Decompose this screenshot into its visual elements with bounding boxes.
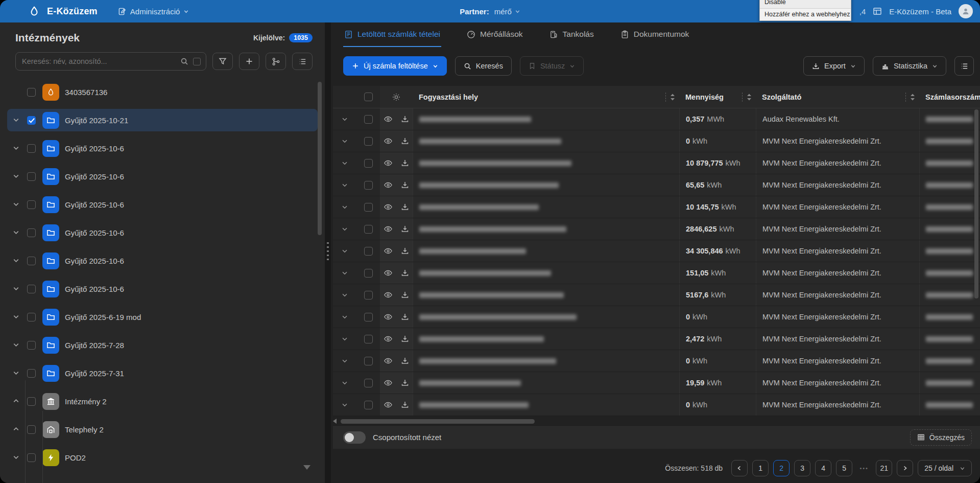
tree-expand-chevron[interactable] — [12, 341, 20, 349]
tree-item[interactable]: POD2 — [7, 446, 318, 469]
view-row-button[interactable] — [384, 114, 393, 124]
download-row-button[interactable] — [401, 269, 409, 277]
user-avatar[interactable] — [959, 4, 973, 18]
tree-item[interactable]: Gyűjtő 2025-7-31 — [7, 362, 318, 384]
view-row-button[interactable] — [384, 356, 393, 365]
row-checkbox[interactable] — [364, 335, 373, 343]
tree-checkbox[interactable] — [27, 453, 36, 462]
row-expand-button[interactable] — [341, 181, 348, 189]
column-header-invoice-number[interactable]: Számlasorszám — [919, 86, 980, 108]
page-button-2-active[interactable]: 2 — [773, 460, 790, 476]
download-row-button[interactable] — [401, 203, 409, 211]
tree-item[interactable]: Gyűjtő 2025-10-21 — [7, 109, 318, 131]
column-header-quantity[interactable]: Mennyiség — [679, 86, 756, 108]
search-button[interactable]: Keresés — [455, 56, 512, 76]
tree-checkbox[interactable] — [27, 397, 36, 406]
horizontal-scroll-thumb[interactable] — [341, 419, 535, 424]
row-expand-button[interactable] — [341, 401, 348, 408]
tree-item[interactable]: Gyűjtő 2025-10-6 — [7, 137, 318, 159]
row-checkbox[interactable] — [364, 313, 373, 321]
statistics-button[interactable]: Statisztika — [873, 56, 946, 76]
view-row-button[interactable] — [384, 180, 393, 190]
page-button-last[interactable]: 21 — [876, 460, 892, 476]
row-checkbox[interactable] — [364, 269, 373, 278]
tree-expand-chevron[interactable] — [12, 313, 20, 321]
tree-checkbox[interactable] — [27, 369, 36, 378]
tree-checkbox[interactable] — [27, 172, 36, 181]
pagination-ellipsis[interactable]: ••• — [857, 465, 871, 471]
download-row-button[interactable] — [401, 159, 409, 167]
row-expand-button[interactable] — [341, 379, 348, 386]
download-row-button[interactable] — [401, 115, 409, 123]
tree-checkbox[interactable] — [27, 285, 36, 293]
hierarchy-button[interactable] — [266, 53, 286, 70]
page-button-1[interactable]: 1 — [752, 460, 769, 476]
tree-checkbox[interactable] — [27, 200, 36, 209]
view-row-button[interactable] — [384, 224, 393, 234]
row-checkbox[interactable] — [364, 225, 373, 234]
view-row-button[interactable] — [384, 378, 393, 387]
download-row-button[interactable] — [401, 291, 409, 299]
row-expand-button[interactable] — [341, 247, 348, 255]
tree-item[interactable]: Gyűjtő 2025-10-6 — [7, 221, 318, 244]
row-checkbox[interactable] — [364, 115, 373, 124]
tooltip-item-access[interactable]: Hozzáfér ehhez a webhelyhez — [760, 8, 851, 20]
row-checkbox[interactable] — [364, 357, 373, 365]
row-checkbox[interactable] — [364, 379, 373, 387]
tree-expand-chevron[interactable] — [12, 453, 20, 462]
row-expand-button[interactable] — [341, 137, 348, 145]
tree-expand-chevron[interactable] — [12, 144, 20, 152]
partner-selector[interactable]: mérő — [494, 7, 520, 16]
next-page-button[interactable] — [897, 460, 913, 476]
page-size-select[interactable]: 25 / oldal — [918, 460, 972, 476]
tree-checkbox[interactable] — [27, 116, 36, 125]
tree-checkbox[interactable] — [27, 425, 36, 434]
tree-checkbox[interactable] — [27, 228, 36, 237]
view-row-button[interactable] — [384, 334, 393, 343]
tab-meter-readings[interactable]: Mérőállások — [466, 22, 524, 47]
grouped-view-toggle[interactable] — [343, 431, 366, 444]
download-row-button[interactable] — [401, 335, 409, 343]
tree-checkbox[interactable] — [27, 313, 36, 321]
new-invoice-upload-button[interactable]: Új számla feltöltése — [343, 56, 447, 76]
view-row-button[interactable] — [384, 400, 393, 409]
download-row-button[interactable] — [401, 247, 409, 255]
tree-expand-chevron[interactable] — [12, 116, 20, 124]
row-expand-button[interactable] — [341, 159, 348, 167]
tree-item[interactable]: Gyűjtő 2025-10-6 — [7, 165, 318, 188]
row-expand-button[interactable] — [341, 335, 348, 342]
row-expand-button[interactable] — [341, 357, 348, 364]
list-view-button[interactable] — [292, 53, 313, 70]
sidebar-scrollbar[interactable] — [318, 82, 322, 235]
row-checkbox[interactable] — [364, 401, 373, 409]
prev-page-button[interactable] — [731, 460, 748, 476]
row-expand-button[interactable] — [341, 203, 348, 211]
tree-checkbox[interactable] — [27, 341, 36, 350]
tree-expand-chevron[interactable] — [12, 172, 20, 180]
panel-splitter[interactable] — [325, 22, 331, 483]
gear-icon[interactable] — [392, 93, 401, 102]
tree-checkbox[interactable] — [27, 88, 36, 97]
view-row-button[interactable] — [384, 268, 393, 278]
tab-refueling[interactable]: Tankolás — [548, 22, 595, 47]
row-checkbox[interactable] — [364, 159, 373, 168]
download-row-button[interactable] — [401, 137, 409, 145]
row-expand-button[interactable] — [341, 225, 348, 233]
tree-item[interactable]: Gyűjtő 2025-10-6 — [7, 249, 318, 272]
download-row-button[interactable] — [401, 379, 409, 387]
page-button-3[interactable]: 3 — [794, 460, 810, 476]
tree-item[interactable]: Intézmény 2 — [7, 390, 318, 412]
row-checkbox[interactable] — [364, 181, 373, 190]
row-checkbox[interactable] — [364, 137, 373, 146]
page-button-4[interactable]: 4 — [815, 460, 831, 476]
column-settings-button[interactable] — [954, 56, 974, 76]
view-row-button[interactable] — [384, 312, 393, 321]
view-row-button[interactable] — [384, 158, 393, 168]
tree-checkbox[interactable] — [27, 257, 36, 265]
summary-button[interactable]: Összegzés — [910, 429, 972, 446]
add-button[interactable] — [239, 53, 259, 70]
tree-item[interactable]: Telephely 2 — [7, 418, 318, 441]
tree-expand-chevron[interactable] — [12, 257, 20, 265]
splitter-grip[interactable] — [327, 242, 329, 263]
row-expand-button[interactable] — [341, 313, 348, 320]
